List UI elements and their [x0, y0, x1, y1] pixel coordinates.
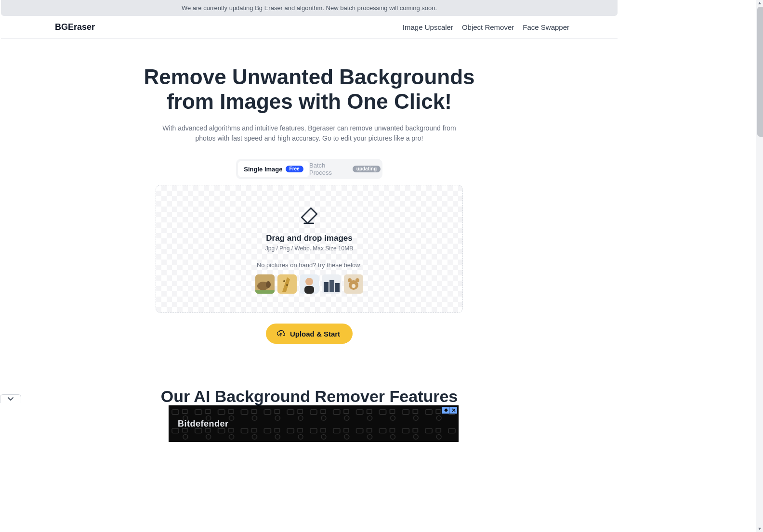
tab-batch-process-label: Batch Process — [309, 162, 350, 176]
scrollbar-track[interactable] — [756, 7, 763, 525]
svg-marker-22 — [758, 2, 761, 4]
svg-rect-12 — [329, 280, 334, 292]
nav-link-face-swapper[interactable]: Face Swapper — [523, 23, 569, 31]
ad-info-button[interactable] — [442, 407, 449, 414]
svg-marker-23 — [758, 528, 761, 530]
svg-rect-3 — [255, 290, 275, 294]
sample-thumb-office[interactable] — [322, 274, 341, 294]
svg-rect-11 — [324, 282, 329, 292]
badge-free: Free — [286, 166, 303, 172]
cloud-upload-icon — [276, 329, 285, 339]
announcement-banner: We are currently updating Bg Eraser and … — [1, 0, 618, 16]
dropzone-try-text: No pictures on hand? try these below: — [257, 261, 362, 269]
hero-subtitle: With advanced algorithms and intuitive f… — [155, 123, 463, 143]
top-nav: BGEraser Image Upscaler Object Remover F… — [1, 16, 618, 39]
svg-rect-9 — [304, 286, 314, 294]
brand-logo[interactable]: BGEraser — [55, 22, 95, 32]
svg-point-17 — [355, 278, 359, 282]
sample-thumb-giraffe[interactable] — [277, 274, 297, 294]
svg-point-2 — [266, 281, 271, 288]
svg-point-6 — [286, 284, 288, 286]
scrollbar-arrow-down[interactable] — [756, 525, 763, 532]
badge-updating: updating — [353, 166, 381, 172]
vertical-scrollbar[interactable] — [756, 0, 763, 532]
announcement-text: We are currently updating Bg Eraser and … — [182, 4, 437, 12]
dropzone-meta: Jpg / Png / Webp. Max Size 10MB — [265, 245, 354, 252]
dropzone-title: Drag and drop images — [266, 234, 352, 243]
sample-thumbnails — [255, 274, 363, 294]
ad-banner[interactable]: Bitdefender — [169, 405, 459, 442]
sample-thumb-teddy[interactable] — [344, 274, 363, 294]
tab-single-image[interactable]: Single Image Free — [238, 161, 309, 177]
ad-close-button[interactable] — [449, 407, 457, 414]
ad-brand-label: Bitdefender — [178, 419, 229, 429]
mode-toggle: Single Image Free Batch Process updating — [236, 159, 382, 179]
nav-link-image-upscaler[interactable]: Image Upscaler — [403, 23, 453, 31]
nav-link-object-remover[interactable]: Object Remover — [462, 23, 514, 31]
svg-rect-13 — [335, 283, 340, 292]
upload-start-label: Upload & Start — [290, 330, 340, 338]
scrollbar-arrow-up[interactable] — [756, 0, 763, 7]
chevron-down-icon — [7, 396, 14, 402]
hero-title: Remove Unwanted Backgrounds from Images … — [136, 65, 483, 114]
features-title: Our AI Background Remover Features — [1, 387, 618, 406]
svg-point-16 — [348, 278, 352, 282]
eraser-icon — [299, 205, 319, 227]
sample-thumb-elephant[interactable] — [255, 274, 275, 294]
svg-point-5 — [283, 280, 285, 282]
nav-links: Image Upscaler Object Remover Face Swapp… — [403, 23, 569, 31]
tab-single-image-label: Single Image — [244, 166, 282, 173]
upload-start-button[interactable]: Upload & Start — [266, 324, 353, 344]
sample-thumb-person[interactable] — [300, 274, 319, 294]
expand-tab[interactable] — [0, 394, 21, 403]
svg-point-18 — [352, 284, 355, 288]
dropzone[interactable]: Drag and drop images Jpg / Png / Webp. M… — [156, 185, 463, 313]
tab-batch-process[interactable]: Batch Process updating — [309, 161, 381, 177]
svg-point-8 — [305, 278, 313, 285]
scrollbar-thumb[interactable] — [757, 7, 763, 137]
